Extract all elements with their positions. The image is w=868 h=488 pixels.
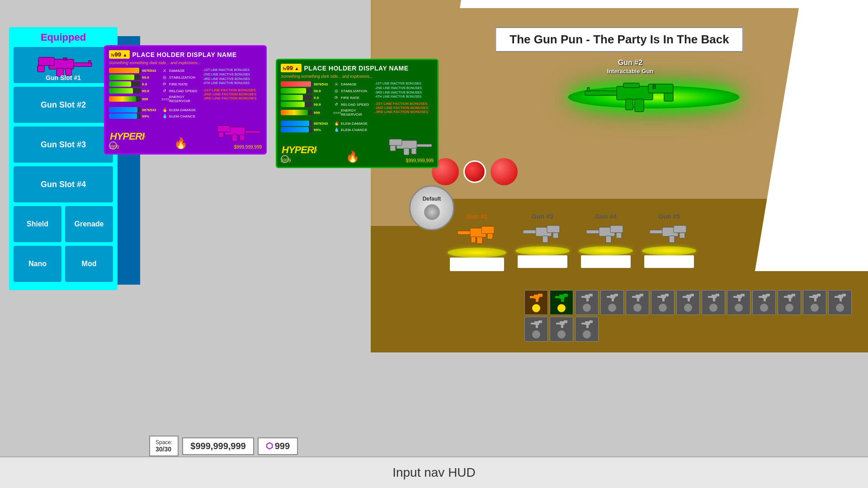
ammo-box-11[interactable] (828, 290, 852, 315)
firerate-bar (109, 81, 131, 87)
eridium-box: ⬡ 999 (258, 437, 298, 455)
gun-slot-1[interactable]: Gun Slot #1 (14, 47, 113, 83)
gun2-label: Gun #2 Interactable Gun (580, 59, 680, 75)
elem-dmg-icon: 🔥 (161, 108, 168, 112)
svg-rect-57 (688, 298, 690, 301)
energy-bar (109, 96, 136, 102)
gun-slot-2-label: Gun Slot #2 (41, 100, 86, 110)
card1-indicator (109, 141, 117, 150)
svg-rect-22 (610, 225, 623, 233)
gun3-pedestal[interactable]: Gun #3 (515, 213, 570, 271)
svg-rect-88 (564, 320, 567, 323)
gun-slot-2[interactable]: Gun Slot #2 (14, 87, 113, 123)
nano-slot[interactable]: Nano (14, 246, 61, 282)
card1-name: PLACE HOLDER DISPLAY NAME (132, 51, 237, 58)
ammo-box-7[interactable] (727, 290, 750, 315)
svg-rect-81 (840, 298, 842, 301)
svg-text:HYPERION: HYPERION (110, 131, 145, 142)
gun1-svg (457, 222, 497, 247)
svg-rect-80 (842, 294, 846, 296)
eridium-icon: ⬡ (266, 441, 273, 451)
svg-rect-105 (217, 126, 230, 132)
gun1-platform-body (450, 258, 504, 271)
card2-gun-preview (388, 136, 434, 156)
grenade-slot[interactable]: Grenade (65, 206, 113, 242)
ammo-box-13[interactable] (550, 317, 573, 342)
card2-indicator (281, 155, 289, 163)
gun-slot-4[interactable]: Gun Slot #4 (14, 166, 113, 202)
weapon-card-1[interactable]: lv99 ▲ PLACE HOLDER DISPLAY NAME Somethi… (104, 45, 267, 155)
gun-title-box: The Gun Pun - The Party Is In The Back (495, 27, 743, 52)
svg-rect-14 (471, 237, 476, 243)
ammo-box-8[interactable] (752, 290, 776, 315)
svg-rect-100 (63, 58, 67, 60)
elem-dmg-value: 9876543 (142, 108, 160, 112)
damage-value: 9876543 (142, 69, 160, 73)
svg-rect-49 (637, 298, 639, 301)
gun1-pedestal[interactable]: Gun #1 (448, 213, 506, 271)
elem-chance-bar (109, 113, 137, 119)
ammo-box-2[interactable] (600, 290, 624, 315)
gun3-platform-body (518, 255, 567, 268)
ammo-box-3[interactable] (626, 290, 649, 315)
ammo-box-12[interactable] (524, 317, 548, 342)
svg-text:HYPERION: HYPERION (282, 144, 317, 155)
gun2-pedestal[interactable]: Gun #2 Interactable Gun (580, 59, 680, 117)
firerate-value: 9.9 (142, 82, 160, 86)
c2-elem-chance-label: ELEM-CHANCE (341, 128, 367, 132)
gun-slot-3[interactable]: Gun Slot #3 (14, 127, 113, 163)
gun5-label: Gun #5 (642, 213, 696, 220)
ammo-box-gun-orange[interactable] (524, 290, 548, 315)
ammo-box-gun-green[interactable] (550, 290, 573, 315)
svg-rect-84 (538, 320, 542, 323)
ammo-grid (524, 290, 863, 343)
gun4-pedestal[interactable]: Gun #4 (579, 213, 633, 271)
bottom-bar: Input nav HUD (0, 456, 868, 488)
gun1-platform-top (448, 248, 506, 258)
gun-slot-4-label: Gun Slot #4 (41, 180, 86, 189)
svg-rect-61 (713, 298, 715, 301)
damage-bar (109, 68, 139, 73)
red-circles-group (432, 158, 518, 185)
ammo-box-4[interactable] (651, 290, 675, 315)
shield-slot[interactable]: Shield (14, 206, 61, 242)
ammo-box-14[interactable] (575, 317, 599, 342)
svg-rect-56 (690, 294, 694, 296)
stab-bar (109, 75, 134, 80)
c2-elem-dmg-bar (281, 121, 309, 126)
utility-row-2: Nano Mod (14, 246, 113, 282)
ammo-box-6[interactable] (702, 290, 725, 315)
mod-slot[interactable]: Mod (65, 246, 113, 282)
svg-rect-101 (89, 61, 91, 63)
energy-icon: ▭▭ (161, 97, 168, 101)
svg-rect-18 (553, 233, 558, 238)
svg-rect-60 (716, 294, 719, 296)
firerate-icon: ⟳ (161, 82, 168, 86)
svg-rect-19 (542, 236, 548, 243)
space-label: Space: (156, 439, 172, 446)
gun-title-text: The Gun Pun - The Party Is In The Back (509, 33, 729, 46)
svg-rect-53 (662, 298, 665, 301)
ceiling-strip (425, 0, 814, 8)
svg-rect-108 (240, 135, 245, 141)
svg-rect-52 (665, 294, 669, 296)
elem-chance-label: ELEM-CHANCE (169, 114, 195, 118)
ammo-box-1[interactable] (575, 290, 599, 315)
ammo-box-9[interactable] (778, 290, 801, 315)
svg-rect-3 (664, 93, 673, 101)
gun-slot-1-label: Gun Slot #1 (14, 74, 113, 81)
svg-rect-106 (218, 132, 224, 137)
ammo-box-5[interactable] (676, 290, 700, 315)
weapon-card-2[interactable]: lv99 ▲ PLACE HOLDER DISPLAY NAME Somethi… (276, 59, 439, 168)
svg-rect-33 (536, 298, 538, 302)
svg-rect-11 (481, 226, 494, 234)
equipped-title: Equipped (14, 32, 113, 43)
ammo-box-10[interactable] (803, 290, 826, 315)
equipped-panel: Equipped Gun Slot #1 Gun Slot #2 Gun Slo… (9, 27, 118, 290)
svg-rect-69 (764, 298, 766, 301)
gun5-pedestal[interactable]: Gun #5 (642, 213, 696, 271)
svg-rect-48 (640, 294, 643, 296)
card2-subtitle: Something something dark side... and exp… (281, 74, 434, 79)
svg-rect-37 (561, 298, 564, 302)
c2-energy-bar (281, 110, 308, 115)
